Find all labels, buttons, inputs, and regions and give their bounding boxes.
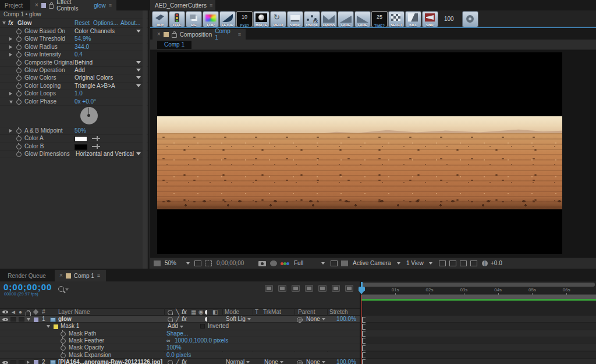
timeline-row-prop[interactable]: Mask Opacity100% [0, 344, 360, 351]
tab-render-queue[interactable]: Render Queue [0, 270, 54, 281]
track-row[interactable] [361, 330, 596, 337]
parent-pickwhip-icon[interactable] [297, 360, 303, 364]
track-row[interactable] [361, 323, 596, 330]
stretch-header[interactable]: Stretch [329, 309, 348, 315]
tab-composition[interactable]: × Composition Comp 1 ≡ [152, 29, 246, 40]
layer-name[interactable]: [PIA164...anorama-Raw-20121126.jpg] [58, 359, 162, 364]
audio-icon[interactable]: ◄ [10, 309, 16, 315]
chevron-down-icon[interactable] [186, 262, 190, 265]
prop-value[interactable]: 50% [74, 127, 86, 134]
trkmat-header[interactable]: TrkMat [263, 309, 281, 315]
fx-button-tidy[interactable]: TIDY [152, 12, 168, 27]
chevron-down-icon[interactable] [136, 152, 141, 155]
prop-dropdown[interactable]: Triangle A>B>A [74, 83, 115, 90]
timeline-row-prop[interactable]: Mask Expansion0.0 pixels [0, 352, 360, 359]
layer-name-header[interactable]: Layer Name [58, 309, 90, 315]
prop-dropdown[interactable]: Horizontal and Vertical [76, 151, 134, 158]
stopwatch-icon[interactable] [16, 68, 22, 73]
parent-header[interactable]: Parent [298, 309, 315, 315]
lock-cell[interactable] [19, 317, 24, 322]
magnification-icon[interactable] [154, 260, 161, 266]
audio-cell[interactable] [10, 317, 16, 322]
layer-label-color[interactable] [34, 360, 38, 364]
mode-select[interactable]: Normal [226, 359, 250, 364]
fx-button-tffc[interactable]: TFFC [169, 12, 185, 27]
panel-menu-icon[interactable]: ≡ [238, 31, 241, 37]
expand-arrow-icon[interactable] [9, 37, 12, 41]
chevron-down-icon[interactable] [136, 84, 141, 87]
prop-value[interactable]: 1.0 [74, 90, 83, 97]
layer-inpoint-marker[interactable] [362, 324, 366, 330]
stopwatch-icon[interactable] [61, 331, 66, 337]
layer-inpoint-marker[interactable] [362, 345, 366, 351]
inverted-checkbox[interactable] [200, 324, 205, 329]
stopwatch-icon[interactable] [16, 129, 22, 134]
mask-prop-value[interactable]: 1000.0,1000.0 pixels [175, 337, 228, 344]
layer-inpoint-marker[interactable] [362, 359, 366, 364]
timeline-button-icon[interactable] [460, 260, 467, 266]
exposure-globe-icon[interactable] [482, 260, 488, 266]
trkmat-select[interactable]: None [264, 359, 283, 364]
fx-button-usual[interactable]: FXUSUAL [304, 12, 320, 27]
chevron-down-icon[interactable] [136, 76, 141, 79]
close-icon[interactable]: × [157, 31, 161, 37]
stopwatch-icon[interactable] [16, 144, 22, 149]
expand-arrow-icon[interactable] [27, 361, 30, 364]
stopwatch-icon[interactable] [16, 136, 22, 141]
timeline-row-mask[interactable]: Mask 1AddInverted [0, 323, 360, 330]
show-snapshot-icon[interactable] [270, 260, 277, 266]
timeline-row-layer[interactable]: 1glow╱fxSoft LigNone100.0% [0, 316, 360, 323]
timeline-row-prop[interactable]: Mask Feather∞1000.0,1000.0 pixels [0, 337, 360, 344]
eyedropper-icon[interactable] [92, 146, 100, 147]
color-swatch[interactable] [74, 136, 87, 142]
color-swatch[interactable] [74, 144, 87, 150]
solo-icon[interactable]: ● [19, 309, 22, 315]
mask-visibility-icon[interactable] [205, 260, 212, 266]
settings-button[interactable] [463, 12, 478, 27]
expand-arrow-icon[interactable] [9, 53, 12, 56]
lock-icon[interactable] [49, 4, 54, 9]
prop-dropdown[interactable]: Color Channels [74, 28, 115, 35]
panel-menu-icon[interactable]: ≡ [210, 2, 212, 8]
close-icon[interactable]: × [35, 2, 38, 8]
flowchart-icon[interactable] [470, 260, 477, 266]
tab-project[interactable]: Project [0, 0, 30, 10]
expand-arrow-icon[interactable] [9, 129, 12, 133]
graph-editor-icon[interactable] [345, 285, 353, 292]
eye-icon[interactable] [2, 318, 8, 321]
eye-icon[interactable] [2, 311, 8, 313]
mask-prop-value[interactable]: 0.0 pixels [166, 352, 191, 359]
motion-blur-icon[interactable] [318, 285, 327, 292]
chevron-down-icon[interactable] [321, 262, 325, 265]
timeline-row-layer[interactable]: 2[PIA164...anorama-Raw-20121126.jpg]╱fxN… [0, 359, 360, 364]
fx-button-fade[interactable]: FADE [338, 12, 353, 27]
timeline-row-prop[interactable]: Mask PathShape... [0, 330, 360, 337]
region-of-interest-icon[interactable] [331, 260, 338, 266]
fx-button-matte[interactable]: MATTE [254, 12, 269, 27]
brainstorm-icon[interactable] [332, 285, 340, 292]
panel-menu-icon[interactable]: ≡ [97, 273, 100, 279]
channel-dots-icon[interactable] [281, 258, 292, 269]
track-row[interactable] [361, 352, 596, 359]
fx-button-cross[interactable]: CROSS [321, 12, 336, 27]
expand-arrow-icon[interactable] [9, 45, 12, 49]
track-row[interactable] [361, 359, 596, 364]
chevron-down-icon[interactable] [136, 30, 141, 33]
time-navigator-bar[interactable] [362, 283, 595, 287]
search-icon[interactable] [58, 286, 64, 292]
current-timecode[interactable]: 0;00;00;00 [3, 282, 52, 292]
chevron-down-icon[interactable] [136, 61, 141, 64]
chevron-down-icon[interactable] [2, 22, 6, 24]
chevron-down-icon[interactable] [136, 69, 141, 72]
resolution-select[interactable]: Full [294, 258, 303, 269]
track-row[interactable] [361, 344, 596, 351]
options-link[interactable]: Options... [93, 19, 118, 27]
tab-aed-cornercutters[interactable]: AED_CornerCutters ≡ [150, 0, 215, 10]
quality-switch-icon[interactable]: ╱ [176, 359, 179, 364]
expand-arrow-icon[interactable] [9, 92, 12, 95]
fx-button-bg[interactable]: BG [186, 12, 201, 27]
timeline-track-area[interactable]: 01s02s03s04s05s06s [361, 281, 596, 364]
time-ruler[interactable]: 01s02s03s04s05s06s [361, 287, 596, 295]
breadcrumb[interactable]: Comp 1 [157, 41, 191, 49]
layer-inpoint-marker[interactable] [362, 338, 366, 344]
